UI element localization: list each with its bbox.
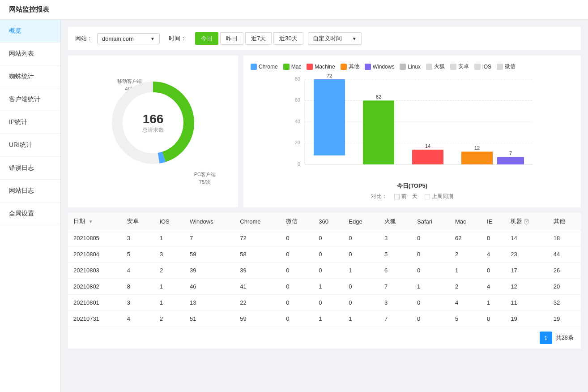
- legend: Chrome Mac Machine 其他: [251, 63, 574, 70]
- domain-select[interactable]: domain.com ▼: [97, 33, 160, 44]
- pagination: 1 共28条: [68, 327, 581, 349]
- legend-item-linux: Linux: [400, 63, 421, 70]
- compare-same-week[interactable]: 上周同期: [425, 193, 453, 200]
- main-content: 网站： domain.com ▼ 时间： 今日 昨日 近7天 近30天 自定义时…: [61, 20, 588, 392]
- toolbar: 网站： domain.com ▼ 时间： 今日 昨日 近7天 近30天 自定义时…: [68, 27, 581, 50]
- sidebar-item-ip-stats[interactable]: IP统计: [0, 111, 60, 134]
- donut-card: 移动客户端 4/次: [68, 56, 238, 207]
- col-edge: Edge: [343, 213, 379, 230]
- compare-row: 对比： 前一天 上周同期: [251, 193, 574, 200]
- legend-item-other: 其他: [341, 63, 359, 70]
- time-label: 时间：: [169, 34, 186, 43]
- col-mac: Mac: [450, 213, 481, 230]
- sidebar-item-global-settings[interactable]: 全局设置: [0, 202, 60, 225]
- data-table-card: 日期 ▼ 安卓 iOS Windows Chrome 微信 360 Edge 火…: [68, 213, 581, 349]
- donut-label: 总请求数: [142, 126, 164, 134]
- sidebar-item-error-log[interactable]: 错误日志: [0, 157, 60, 180]
- svg-text:12: 12: [474, 145, 480, 151]
- svg-text:0: 0: [298, 161, 300, 167]
- sidebar-item-site-log[interactable]: 网站日志: [0, 180, 60, 202]
- chart-title: 今日(TOP5): [251, 182, 574, 190]
- col-360: 360: [313, 213, 343, 230]
- custom-time-select[interactable]: 自定义时间 ▼: [308, 32, 362, 45]
- table-row: 2021080453595800050242344: [68, 246, 581, 263]
- compare-prev-checkbox[interactable]: [394, 194, 400, 199]
- col-ios: iOS: [154, 213, 184, 230]
- total-count: 共28条: [556, 334, 574, 342]
- col-android: 安卓: [122, 213, 154, 230]
- dropdown-arrow-icon: ▼: [150, 36, 155, 41]
- legend-item-ios: iOS: [474, 63, 491, 70]
- app-title: 网站监控报表: [0, 0, 588, 20]
- legend-item-android: 安卓: [450, 63, 469, 70]
- svg-text:62: 62: [376, 94, 381, 99]
- bar-chart-svg: 0 20 40 60 80 72 62 14: [251, 75, 574, 178]
- page-1-button[interactable]: 1: [540, 332, 552, 344]
- svg-text:14: 14: [425, 143, 430, 149]
- custom-time-arrow-icon: ▼: [352, 36, 357, 41]
- time-btn-today[interactable]: 今日: [195, 32, 218, 45]
- data-table: 日期 ▼ 安卓 iOS Windows Chrome 微信 360 Edge 火…: [68, 213, 581, 327]
- pc-client-value: 75/次: [194, 179, 216, 185]
- compare-prev-day[interactable]: 前一天: [394, 193, 418, 200]
- svg-text:60: 60: [295, 97, 300, 103]
- time-btn-30days[interactable]: 近30天: [273, 32, 303, 45]
- table-row: 2021080531772000306201418: [68, 230, 581, 246]
- svg-text:72: 72: [327, 73, 332, 78]
- col-wechat: 微信: [281, 213, 313, 230]
- compare-week-checkbox[interactable]: [425, 194, 430, 199]
- site-label: 网站：: [75, 34, 93, 43]
- svg-text:40: 40: [295, 119, 300, 124]
- sort-icon: ▼: [89, 219, 93, 224]
- charts-row: 移动客户端 4/次: [68, 56, 581, 207]
- sidebar-item-spider-stats[interactable]: 蜘蛛统计: [0, 65, 60, 88]
- col-date[interactable]: 日期 ▼: [68, 213, 122, 230]
- sidebar-item-overview[interactable]: 概览: [0, 20, 60, 43]
- time-buttons: 今日 昨日 近7天 近30天: [195, 32, 303, 45]
- table-row: 2021080342393900160101726: [68, 263, 581, 279]
- donut-total: 166: [142, 112, 164, 126]
- legend-item-machine: Machine: [307, 63, 335, 70]
- svg-rect-19: [412, 150, 443, 164]
- col-firefox: 火狐: [379, 213, 412, 230]
- table-row: 2021080131132200030411132: [68, 295, 581, 311]
- sidebar-item-client-stats[interactable]: 客户端统计: [0, 88, 60, 111]
- sidebar-item-uri-stats[interactable]: URI统计: [0, 134, 60, 157]
- pc-client-label: PC客户端: [194, 171, 216, 178]
- legend-item-chrome: Chrome: [251, 63, 278, 70]
- svg-rect-21: [461, 152, 493, 165]
- col-chrome: Chrome: [234, 213, 281, 230]
- time-btn-yesterday[interactable]: 昨日: [220, 32, 243, 45]
- time-btn-7days[interactable]: 近7天: [245, 32, 272, 45]
- legend-item-mac: Mac: [283, 63, 302, 70]
- svg-text:20: 20: [295, 140, 300, 145]
- svg-text:80: 80: [295, 76, 300, 82]
- col-windows: Windows: [184, 213, 234, 230]
- sidebar: 概览 网站列表 蜘蛛统计 客户端统计 IP统计 URI统计 错误日志 网站日志 …: [0, 20, 61, 392]
- svg-text:7: 7: [509, 151, 512, 156]
- svg-rect-17: [363, 101, 394, 165]
- svg-rect-15: [314, 79, 345, 155]
- bar-card: Chrome Mac Machine 其他: [243, 56, 581, 207]
- sidebar-item-site-list[interactable]: 网站列表: [0, 43, 60, 65]
- col-other: 其他: [548, 213, 581, 230]
- col-machine: 机器 ?: [505, 213, 548, 230]
- table-row: 2021073142515901170501919: [68, 311, 581, 327]
- legend-item-wechat: 微信: [497, 63, 516, 70]
- table-row: 2021080281464101071241220: [68, 279, 581, 295]
- legend-item-windows: Windows: [365, 63, 395, 70]
- legend-item-firefox: 火狐: [426, 63, 445, 70]
- col-ie: IE: [481, 213, 505, 230]
- col-safari: Safari: [412, 213, 450, 230]
- svg-rect-23: [497, 157, 524, 165]
